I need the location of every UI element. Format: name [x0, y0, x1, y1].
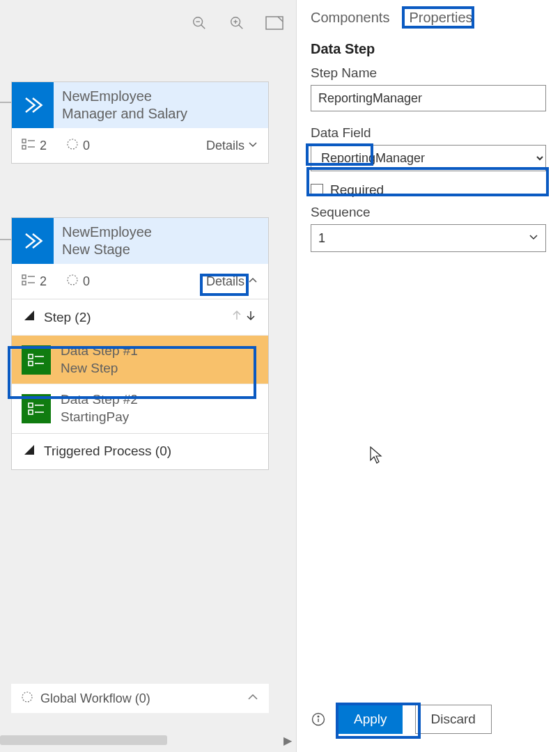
svg-line-8	[278, 17, 283, 22]
zoom-out-icon[interactable]	[190, 14, 208, 32]
panel-footer: Apply Discard	[297, 696, 560, 752]
move-up-icon[interactable]	[231, 309, 243, 325]
stage-entity-label: NewEmployee	[62, 224, 152, 241]
step-sub-label: New Step	[61, 360, 138, 377]
stage-chevron-icon	[12, 82, 54, 128]
svg-line-4	[239, 25, 243, 29]
step-sub-label: StartingPay	[61, 409, 138, 426]
fit-to-screen-icon[interactable]	[265, 14, 283, 32]
tab-components[interactable]: Components	[311, 10, 389, 26]
stage-header: NewEmployee Manager and Salary	[12, 82, 268, 128]
tab-properties[interactable]: Properties	[409, 10, 472, 26]
chevron-up-icon	[247, 274, 258, 289]
panel-tabs: Components Properties	[297, 0, 560, 30]
stage-name-label: Manager and Salary	[62, 105, 187, 123]
svg-rect-22	[29, 354, 33, 359]
step-title-label: Data Step #1	[61, 343, 138, 360]
data-step-icon	[22, 345, 51, 375]
svg-marker-35	[371, 447, 381, 463]
designer-canvas: NewEmployee Manager and Salary 2 0	[0, 0, 296, 752]
step-item[interactable]: Data Step #2 StartingPay	[12, 384, 268, 432]
stage-title: NewEmployee Manager and Salary	[54, 82, 196, 128]
step-name-field: Step Name	[297, 61, 560, 116]
stage-meta: 2 0 Details	[12, 264, 268, 299]
mouse-cursor-icon	[370, 446, 384, 464]
steps-count-label: 2	[40, 274, 47, 289]
global-workflow-label: Global Workflow (0)	[40, 691, 150, 706]
details-label: Details	[206, 139, 244, 153]
svg-point-31	[22, 692, 32, 702]
sequence-value: 1	[318, 231, 529, 246]
connector-line	[0, 239, 11, 240]
workflow-count-label: 0	[83, 139, 90, 153]
connector-line	[0, 102, 11, 103]
discard-button[interactable]: Discard	[415, 705, 492, 734]
svg-point-34	[318, 716, 319, 717]
properties-panel: Components Properties Data Step Step Nam…	[296, 0, 560, 752]
steps-count-label: 2	[40, 139, 47, 153]
data-field-field: Data Field ReportingManager	[297, 116, 560, 175]
chevron-up-icon	[247, 691, 259, 707]
stage-card[interactable]: NewEmployee Manager and Salary 2 0	[11, 81, 269, 164]
step-section-header: Step (2)	[12, 299, 268, 335]
info-icon[interactable]	[311, 712, 326, 727]
sequence-select[interactable]: 1	[311, 224, 546, 252]
canvas-toolbar	[190, 14, 283, 32]
stage-meta: 2 0 Details	[12, 128, 268, 163]
svg-rect-14	[22, 275, 26, 279]
triangle-icon	[23, 444, 36, 460]
step-text: Data Step #1 New Step	[61, 343, 138, 377]
chevron-down-icon	[247, 139, 258, 153]
steps-icon	[22, 138, 36, 154]
required-label: Required	[330, 182, 384, 198]
workflow-icon	[66, 138, 79, 154]
svg-rect-26	[29, 403, 33, 407]
details-toggle[interactable]: Details	[206, 274, 258, 289]
horizontal-scrollbar[interactable]: ▶	[0, 735, 296, 745]
move-down-icon[interactable]	[244, 309, 257, 325]
step-item[interactable]: Data Step #1 New Step	[12, 335, 268, 384]
step-section-label: Step (2)	[44, 310, 91, 325]
svg-rect-16	[22, 281, 26, 285]
steps-icon	[22, 274, 36, 290]
svg-rect-28	[29, 410, 33, 414]
svg-point-13	[68, 139, 77, 149]
svg-rect-11	[22, 146, 26, 149]
svg-rect-9	[22, 139, 26, 143]
sequence-label: Sequence	[311, 205, 546, 220]
triggered-process-label: Triggered Process (0)	[44, 444, 171, 459]
data-field-select[interactable]: ReportingManager	[311, 145, 546, 171]
step-name-label: Step Name	[311, 65, 546, 81]
apply-button[interactable]: Apply	[339, 705, 403, 734]
svg-point-18	[68, 275, 77, 285]
chevron-down-icon	[529, 232, 538, 244]
stage-chevron-icon	[12, 218, 54, 264]
scroll-right-icon[interactable]: ▶	[283, 734, 292, 747]
stage-name-label: New Stage	[62, 241, 152, 258]
triggered-process-row[interactable]: Triggered Process (0)	[12, 433, 268, 469]
data-field-label: Data Field	[311, 125, 546, 141]
global-workflow-bar[interactable]: Global Workflow (0)	[11, 684, 269, 713]
stage-card[interactable]: NewEmployee New Stage 2 0	[11, 217, 269, 470]
workflow-count-label: 0	[83, 274, 90, 289]
stage-entity-label: NewEmployee	[62, 88, 187, 105]
stage-title: NewEmployee New Stage	[54, 218, 160, 264]
scrollbar-thumb[interactable]	[0, 735, 167, 745]
stage-header: NewEmployee New Stage	[12, 218, 268, 264]
triangle-icon	[23, 309, 36, 325]
required-checkbox[interactable]	[311, 184, 323, 196]
details-toggle[interactable]: Details	[206, 139, 258, 153]
workflow-icon	[21, 691, 33, 707]
step-text: Data Step #2 StartingPay	[61, 391, 138, 425]
data-step-icon	[22, 394, 51, 423]
details-label: Details	[206, 274, 244, 289]
svg-marker-19	[24, 311, 34, 320]
step-name-input[interactable]	[311, 85, 546, 111]
zoom-in-icon[interactable]	[228, 14, 246, 32]
sequence-field: Sequence 1	[297, 205, 560, 256]
required-row[interactable]: Required	[297, 175, 560, 205]
svg-marker-30	[24, 445, 34, 455]
section-title: Data Step	[297, 30, 560, 61]
svg-line-1	[201, 25, 205, 29]
workflow-icon	[66, 274, 79, 290]
